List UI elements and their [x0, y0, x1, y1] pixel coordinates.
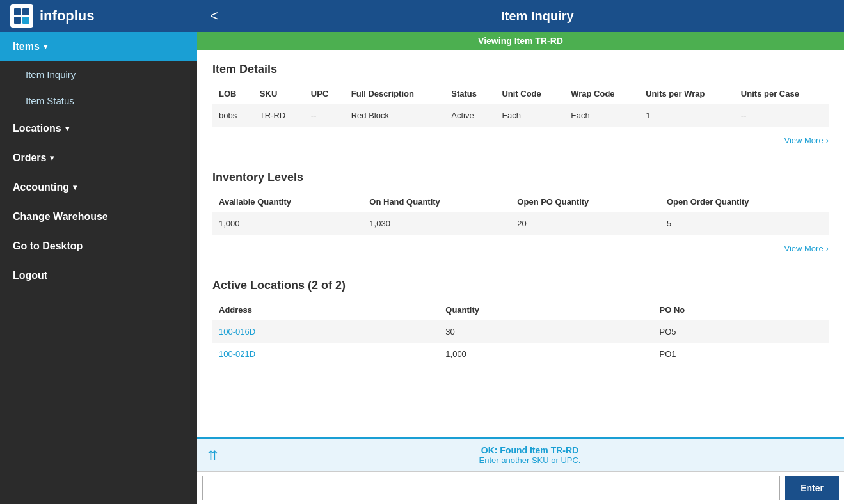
cell-full-description: Red Block — [345, 104, 445, 127]
sidebar-item-accounting-label: Accounting — [13, 182, 69, 193]
status-message-ok: OK: Found Item TR-RD — [226, 445, 834, 455]
inventory-levels-row: 1,000 1,030 20 5 — [212, 212, 829, 235]
svg-rect-0 — [14, 8, 21, 15]
logo-area: infoplus — [0, 4, 197, 28]
sidebar-item-go-to-desktop[interactable]: Go to Desktop — [0, 232, 197, 261]
sidebar: Items ▾ Item Inquiry Item Status Locatio… — [0, 32, 197, 504]
col-po-no: PO No — [653, 300, 829, 320]
col-on-hand-qty: On Hand Quantity — [363, 192, 511, 212]
sidebar-item-locations-label: Locations — [13, 123, 61, 134]
cell-quantity-1: 30 — [439, 320, 653, 343]
col-units-per-case: Units per Case — [735, 84, 829, 104]
col-open-po-qty: Open PO Quantity — [511, 192, 660, 212]
col-wrap-code: Wrap Code — [564, 84, 639, 104]
col-units-per-wrap: Units per Wrap — [639, 84, 735, 104]
cell-po-no-2: PO1 — [653, 343, 829, 365]
sidebar-item-change-warehouse[interactable]: Change Warehouse — [0, 202, 197, 232]
messages-area: OK: Found Item TR-RD Enter another SKU o… — [226, 445, 834, 465]
sidebar-item-items-label: Items — [13, 41, 40, 52]
svg-rect-2 — [14, 17, 21, 24]
col-quantity: Quantity — [439, 300, 653, 320]
col-sku: SKU — [253, 84, 305, 104]
item-details-section: Item Details LOB SKU UPC Full Descriptio… — [212, 63, 829, 155]
cell-units-per-case: -- — [735, 104, 829, 127]
cell-unit-code: Each — [495, 104, 564, 127]
inventory-levels-table: Available Quantity On Hand Quantity Open… — [212, 192, 829, 235]
sidebar-item-item-status[interactable]: Item Status — [0, 88, 197, 114]
bottom-bar: ⇈ OK: Found Item TR-RD Enter another SKU… — [197, 437, 844, 471]
active-locations-title: Active Locations (2 of 2) — [212, 279, 829, 292]
item-details-title: Item Details — [212, 63, 829, 76]
sku-upc-input[interactable] — [202, 476, 780, 500]
location-row-1: 100-016D 30 PO5 — [212, 320, 829, 343]
cell-po-no-1: PO5 — [653, 320, 829, 343]
chevron-right-icon-orders: ▾ — [50, 154, 54, 162]
sidebar-item-logout[interactable]: Logout — [0, 261, 197, 290]
sidebar-item-orders[interactable]: Orders ▾ — [0, 143, 197, 173]
col-full-description: Full Description — [345, 84, 445, 104]
cell-open-po-qty: 20 — [511, 212, 660, 235]
item-details-row: bobs TR-RD -- Red Block Active Each Each… — [212, 104, 829, 127]
cell-on-hand-qty: 1,030 — [363, 212, 511, 235]
cell-available-qty: 1,000 — [212, 212, 363, 235]
item-details-view-more[interactable]: View More › — [212, 132, 829, 155]
chevron-down-icon: ▾ — [44, 42, 47, 51]
back-button[interactable]: < — [197, 8, 231, 24]
svg-rect-3 — [22, 17, 29, 24]
cell-address-2[interactable]: 100-021D — [212, 343, 439, 365]
input-row: Enter — [197, 471, 844, 504]
item-details-table: LOB SKU UPC Full Description Status Unit… — [212, 84, 829, 127]
sidebar-item-items[interactable]: Items ▾ — [0, 32, 197, 61]
main-layout: Items ▾ Item Inquiry Item Status Locatio… — [0, 32, 844, 504]
cell-status: Active — [445, 104, 495, 127]
logo-text: infoplus — [40, 8, 95, 24]
col-lob: LOB — [212, 84, 253, 104]
col-address: Address — [212, 300, 439, 320]
chevron-right-icon-accounting: ▾ — [73, 183, 77, 192]
cell-upc: -- — [305, 104, 345, 127]
logo-icon — [10, 4, 33, 28]
enter-button[interactable]: Enter — [785, 476, 839, 500]
chevron-right-icon: ▾ — [65, 124, 69, 133]
cell-sku: TR-RD — [253, 104, 305, 127]
col-status: Status — [445, 84, 495, 104]
inventory-levels-view-more[interactable]: View More › — [212, 240, 829, 264]
cell-address-1[interactable]: 100-016D — [212, 320, 439, 343]
cell-units-per-wrap: 1 — [639, 104, 735, 127]
page-title: Item Inquiry — [231, 9, 844, 24]
cell-quantity-2: 1,000 — [439, 343, 653, 365]
col-upc: UPC — [305, 84, 345, 104]
svg-rect-1 — [22, 8, 29, 15]
active-locations-table: Address Quantity PO No 100-016D 30 PO5 1… — [212, 300, 829, 365]
cell-wrap-code: Each — [564, 104, 639, 127]
inventory-levels-section: Inventory Levels Available Quantity On H… — [212, 171, 829, 264]
scroll-area[interactable]: Item Details LOB SKU UPC Full Descriptio… — [197, 50, 844, 437]
active-locations-section: Active Locations (2 of 2) Address Quanti… — [212, 279, 829, 365]
status-message-sub: Enter another SKU or UPC. — [226, 455, 834, 465]
sidebar-item-item-inquiry[interactable]: Item Inquiry — [0, 61, 197, 88]
sidebar-item-locations[interactable]: Locations ▾ — [0, 114, 197, 143]
topbar: infoplus < Item Inquiry — [0, 0, 844, 32]
cell-open-order-qty: 5 — [660, 212, 829, 235]
content-area: Viewing Item TR-RD Item Details LOB SKU … — [197, 32, 844, 504]
sidebar-item-accounting[interactable]: Accounting ▾ — [0, 173, 197, 202]
col-available-qty: Available Quantity — [212, 192, 363, 212]
location-row-2: 100-021D 1,000 PO1 — [212, 343, 829, 365]
viewing-banner: Viewing Item TR-RD — [197, 32, 844, 50]
sidebar-item-orders-label: Orders — [13, 152, 46, 164]
inventory-levels-title: Inventory Levels — [212, 171, 829, 184]
up-arrows-icon[interactable]: ⇈ — [207, 448, 218, 463]
col-open-order-qty: Open Order Quantity — [660, 192, 829, 212]
cell-lob: bobs — [212, 104, 253, 127]
col-unit-code: Unit Code — [495, 84, 564, 104]
